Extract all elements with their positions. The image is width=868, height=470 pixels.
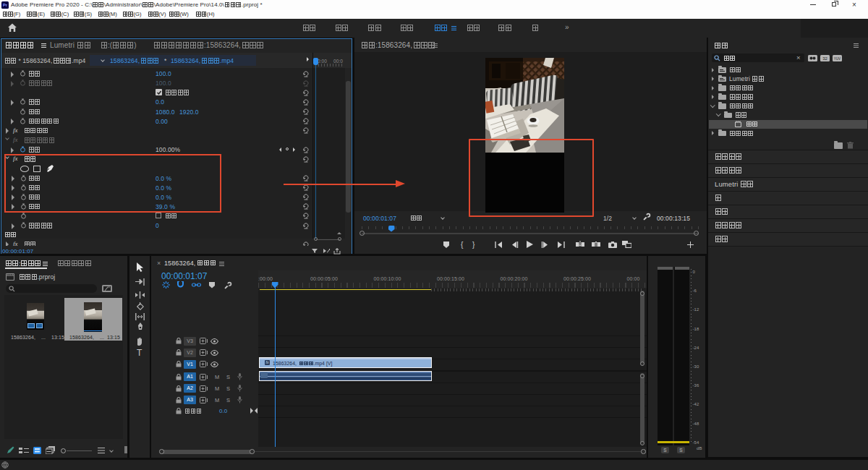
svg-text:YUV: YUV bbox=[834, 56, 841, 60]
svg-text:32: 32 bbox=[822, 56, 827, 61]
